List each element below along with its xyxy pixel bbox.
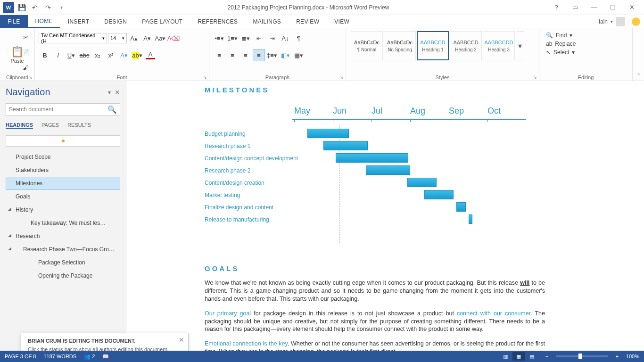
nav-options-icon[interactable]: ▾	[108, 89, 111, 96]
nav-item[interactable]: Package Selection	[6, 256, 120, 269]
tab-file[interactable]: FILE	[0, 15, 28, 28]
tab-review[interactable]: REVIEW	[289, 15, 327, 28]
multilevel-icon[interactable]: ≣▾	[239, 32, 252, 44]
italic-icon[interactable]: I	[52, 49, 64, 61]
style-heading-1[interactable]: AABBCCDHeading 1	[417, 31, 449, 60]
font-color-icon[interactable]: A	[144, 49, 157, 61]
status-words[interactable]: 1187 WORDS	[43, 354, 76, 359]
tab-references[interactable]: REFERENCES	[190, 15, 245, 28]
underline-icon[interactable]: U▾	[65, 49, 77, 61]
text-effects-icon[interactable]: A▾	[118, 49, 130, 61]
tooltip-close-icon[interactable]: ✕	[179, 336, 184, 344]
styles-gallery[interactable]: AaBbCcDc¶ NormalAaBbCcDcNo SpacingAABBCC…	[350, 30, 535, 61]
strikethrough-icon[interactable]: abc	[78, 49, 91, 61]
show-marks-icon[interactable]: ¶	[292, 32, 305, 44]
nav-close-icon[interactable]: ✕	[115, 89, 120, 96]
nav-item[interactable]: Stakeholders	[6, 164, 120, 177]
highlight-icon[interactable]: ab▾	[131, 49, 143, 61]
nav-tab-headings[interactable]: HEADINGS	[6, 122, 33, 129]
document-scroll[interactable]: MILESTONES MayJunJulAugSepOct Budget pla…	[126, 81, 644, 356]
align-right-icon[interactable]: ≡	[239, 49, 252, 61]
search-input[interactable]	[9, 106, 107, 113]
shading-icon[interactable]: ◧▾	[279, 49, 291, 61]
nav-item[interactable]: Milestones	[6, 177, 120, 190]
dialog-launcher-icon[interactable]: ↘	[533, 75, 537, 80]
collapse-ribbon-icon[interactable]: ⌃	[636, 73, 641, 79]
nav-item[interactable]: Project Scope	[6, 150, 120, 164]
dialog-launcher-icon[interactable]: ↘	[29, 75, 33, 80]
increase-indent-icon[interactable]: ⇥	[266, 32, 278, 44]
cut-icon[interactable]: ✂	[19, 31, 32, 43]
shrink-font-icon[interactable]: A▾	[141, 32, 153, 44]
decrease-indent-icon[interactable]: ⇤	[253, 32, 265, 44]
undo-icon[interactable]: ↶	[29, 2, 41, 13]
subscript-icon[interactable]: x₂	[91, 49, 104, 61]
zoom-level[interactable]: 100%	[626, 354, 639, 359]
close-icon[interactable]: ✕	[625, 4, 638, 11]
nav-item[interactable]: Key takeaway: We must les…	[6, 216, 120, 230]
zoom-out-icon[interactable]: −	[545, 354, 548, 359]
borders-icon[interactable]: ▦▾	[292, 49, 305, 61]
tab-page-layout[interactable]: PAGE LAYOUT	[134, 15, 190, 28]
web-layout-icon[interactable]: ▤	[526, 352, 538, 361]
nav-tab-results[interactable]: RESULTS	[67, 122, 91, 129]
user-area[interactable]: Iain ▾	[599, 15, 644, 28]
tab-view[interactable]: VIEW	[327, 15, 357, 28]
nav-item[interactable]: Goals	[6, 190, 120, 203]
line-spacing-icon[interactable]: ‡≡▾	[266, 49, 278, 61]
nav-marker[interactable]	[6, 135, 120, 147]
tab-design[interactable]: DESIGN	[97, 15, 134, 28]
find-button[interactable]: 🔍Find ▾	[546, 32, 626, 39]
tab-home[interactable]: HOME	[28, 15, 60, 28]
minimize-icon[interactable]: —	[587, 4, 601, 11]
gantt-month: Sep	[449, 106, 487, 116]
read-mode-icon[interactable]: ▥	[499, 352, 512, 361]
qat-customize-icon[interactable]: ▾	[56, 2, 67, 13]
maximize-icon[interactable]: ☐	[606, 4, 619, 11]
print-layout-icon[interactable]: ▦	[512, 352, 525, 361]
status-proofing-icon[interactable]: 📖	[102, 354, 109, 360]
style-no-spacing[interactable]: AaBbCcDcNo Spacing	[384, 31, 416, 60]
ribbon-options-icon[interactable]: ▭	[569, 4, 582, 11]
nav-item[interactable]: ◢Research	[6, 230, 120, 243]
copy-icon[interactable]: 📄	[19, 46, 32, 58]
tab-insert[interactable]: INSERT	[60, 15, 97, 28]
dialog-launcher-icon[interactable]: ↘	[203, 75, 207, 80]
nav-search[interactable]: 🔍	[6, 103, 120, 115]
align-center-icon[interactable]: ≡	[226, 49, 239, 61]
redo-icon[interactable]: ↷	[42, 2, 54, 13]
zoom-in-icon[interactable]: +	[615, 354, 618, 359]
font-size-combo[interactable]: 14▾	[108, 33, 127, 43]
bullets-icon[interactable]: •≡▾	[213, 32, 225, 44]
justify-icon[interactable]: ≡	[253, 49, 265, 61]
align-left-icon[interactable]: ≡	[213, 49, 225, 61]
dialog-launcher-icon[interactable]: ↘	[340, 75, 344, 80]
bold-icon[interactable]: B	[39, 49, 51, 61]
style-heading-2[interactable]: AABBCCDHeading 2	[450, 31, 482, 60]
format-painter-icon[interactable]: 🖌	[19, 61, 32, 74]
style-heading-3[interactable]: AABBCCDDHeading 3	[483, 31, 515, 60]
change-case-icon[interactable]: Aa▾	[154, 32, 166, 44]
font-name-combo[interactable]: Tw Cen MT Condensed (H▾	[39, 33, 107, 43]
select-button[interactable]: ↖Select ▾	[546, 49, 626, 56]
tab-mailings[interactable]: MAILINGS	[245, 15, 289, 28]
nav-tab-pages[interactable]: PAGES	[41, 122, 59, 129]
nav-item[interactable]: ◢History	[6, 203, 120, 216]
superscript-icon[interactable]: x²	[105, 49, 117, 61]
replace-button[interactable]: abReplace	[546, 41, 626, 47]
nav-item[interactable]: Opening the Package	[6, 269, 120, 282]
style--normal[interactable]: AaBbCcDc¶ Normal	[351, 31, 383, 60]
save-icon[interactable]: 💾	[16, 2, 27, 13]
zoom-slider[interactable]	[556, 355, 608, 357]
help-icon[interactable]: ?	[550, 4, 563, 11]
grow-font-icon[interactable]: A▴	[128, 32, 140, 44]
numbering-icon[interactable]: 1≡▾	[226, 32, 239, 44]
feedback-smiley-icon[interactable]	[632, 17, 640, 26]
clear-format-icon[interactable]: A⌫	[167, 32, 180, 44]
styles-more-icon[interactable]: ▾	[516, 31, 524, 60]
status-coauthors[interactable]: 👥2	[84, 354, 95, 360]
sort-icon[interactable]: A↓	[279, 32, 291, 44]
status-page[interactable]: PAGE 3 OF 8	[5, 354, 36, 359]
nav-item[interactable]: ◢Research Phase Two—Focus Gro…	[6, 243, 120, 256]
search-icon[interactable]: 🔍	[107, 105, 117, 114]
